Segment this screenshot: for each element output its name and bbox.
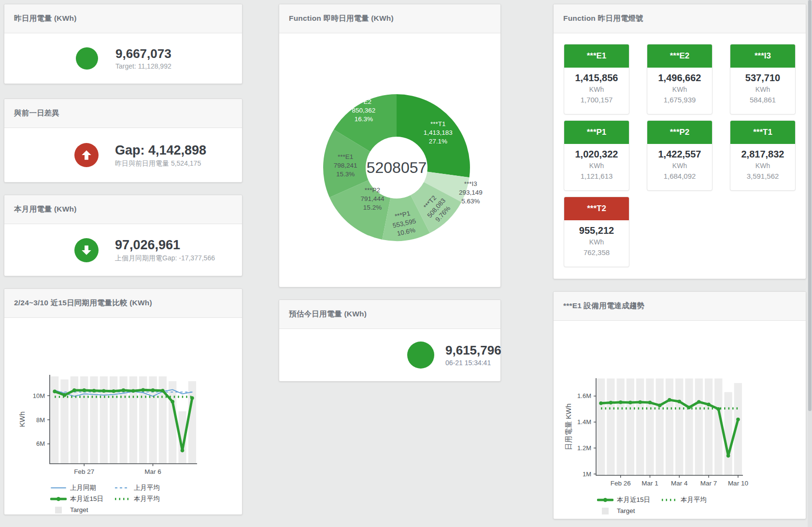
tile-value: 1,020,322 xyxy=(564,149,629,160)
status-tile-t1: ***T1 2,817,832 KWh 3,591,562 xyxy=(730,120,796,191)
legend-item[interactable]: 上月同期 xyxy=(50,484,114,492)
panel-title-bar: Function 即時日用電量 (KWh) xyxy=(279,4,500,33)
x-tick-label: Mar 7 xyxy=(700,480,717,487)
data-point xyxy=(53,390,57,394)
status-tile-header: ***P2 xyxy=(647,121,712,144)
data-point xyxy=(727,454,730,458)
target-bar xyxy=(597,379,605,476)
y-tick-label: 10M xyxy=(33,392,45,399)
tile-target: 3,591,562 xyxy=(730,172,795,180)
chart-legend: 本月近15日本月平均Target xyxy=(597,494,806,516)
legend-item[interactable]: 本月平均 xyxy=(661,496,725,504)
down-arrow-icon xyxy=(80,244,93,256)
tile-unit: KWh xyxy=(730,162,795,170)
realtime-usage-donut-chart: ***T11,413,18327.1%***I3293,1495.63%***T… xyxy=(279,33,500,287)
tile-unit: KWh xyxy=(647,85,712,93)
scrollbar-thumb[interactable] xyxy=(808,0,812,411)
target-bar xyxy=(51,376,58,464)
panel-title: ***E1 設備用電達成趨勢 xyxy=(563,301,644,311)
legend-item[interactable]: 本月近15日 xyxy=(597,496,661,504)
status-circle xyxy=(74,143,99,167)
data-point xyxy=(171,400,174,404)
y-axis-label: 日用電量 KWh xyxy=(564,403,572,450)
legend-item[interactable]: 上月平均 xyxy=(114,484,178,492)
data-point xyxy=(697,400,701,404)
panel-title-bar: ***E1 設備用電達成趨勢 xyxy=(554,292,806,321)
legend-item[interactable]: Target xyxy=(50,506,114,513)
panel-title-bar: 本月用電量 (KWh) xyxy=(4,195,242,224)
stat-subtitle: Target: 11,128,992 xyxy=(115,62,171,70)
target-bar xyxy=(646,379,654,476)
data-point xyxy=(628,401,632,405)
status-tile-p2: ***P2 1,422,557 KWh 1,684,092 xyxy=(647,120,712,191)
target-bar xyxy=(169,381,176,464)
target-bar xyxy=(675,379,683,476)
legend-item[interactable]: Target xyxy=(597,507,661,514)
stat-value: Gap: 4,142,898 xyxy=(115,143,206,158)
chart-legend: 上月同期上月平均本月近15日本月平均Target xyxy=(50,482,242,515)
y-tick-label: 1M xyxy=(583,470,591,478)
target-bar xyxy=(636,379,644,476)
panel-title-bar: Function 昨日用電燈號 xyxy=(554,4,806,33)
status-tiles-grid: ***E1 1,415,856 KWh 1,700,157 ***E2 1,49… xyxy=(554,33,806,267)
tile-value: 537,710 xyxy=(730,72,795,84)
data-point xyxy=(678,399,682,403)
tile-unit: KWh xyxy=(564,85,629,93)
y-tick-label: 6M xyxy=(36,440,45,447)
status-circle xyxy=(74,238,99,262)
tile-value: 955,212 xyxy=(564,225,629,236)
data-point xyxy=(181,449,185,453)
data-point xyxy=(72,388,76,392)
data-point xyxy=(112,389,115,393)
data-point xyxy=(668,398,671,402)
legend-label: 本月平均 xyxy=(134,495,160,503)
y-tick-label: 1.6M xyxy=(577,392,591,399)
panel-title: 2/24~3/10 近15日同期用電量比較 (KWh) xyxy=(14,298,152,308)
y-tick-label: 1.2M xyxy=(577,444,591,452)
tile-value: 1,496,662 xyxy=(647,72,712,84)
x-tick-label: Mar 10 xyxy=(728,480,748,487)
data-point xyxy=(141,388,145,392)
panel-day-gap: 與前一日差異 Gap: 4,142,898 昨日與前日用電量 5,524,175 xyxy=(4,99,242,183)
tile-target: 1,684,092 xyxy=(647,172,712,180)
stat-value: 9,667,073 xyxy=(115,47,171,61)
data-point xyxy=(131,389,135,393)
legend-label: 上月平均 xyxy=(134,484,160,492)
x-tick-label: Mar 1 xyxy=(641,480,658,487)
panel-title: 預估今日用電量 (KWh) xyxy=(289,309,367,319)
data-point xyxy=(717,407,721,411)
data-point xyxy=(599,401,603,405)
legend-swatch-line xyxy=(114,496,130,502)
target-bar xyxy=(656,379,664,476)
panel-title: Function 即時日用電量 (KWh) xyxy=(289,14,394,24)
y-tick-label: 1.4M xyxy=(577,418,591,426)
data-point xyxy=(707,403,711,407)
tile-target: 1,700,157 xyxy=(564,96,629,104)
legend-item[interactable]: 本月近15日 xyxy=(50,495,114,503)
legend-swatch-bar xyxy=(597,508,613,514)
status-tile-p1: ***P1 1,020,322 KWh 1,121,613 xyxy=(564,120,629,191)
legend-label: Target xyxy=(70,506,88,513)
target-bar xyxy=(705,379,712,476)
target-bar xyxy=(607,379,614,476)
data-point xyxy=(82,388,86,392)
panel-title: 與前一日差異 xyxy=(14,108,59,118)
status-circle xyxy=(76,47,98,70)
status-tile-header: ***P1 xyxy=(564,121,629,144)
x-tick-label: Mar 4 xyxy=(671,480,688,487)
tile-target: 584,861 xyxy=(730,96,795,104)
data-point xyxy=(648,401,652,405)
data-point xyxy=(151,388,155,392)
status-tile-header: ***E1 xyxy=(564,44,629,68)
data-point xyxy=(92,389,96,393)
legend-swatch-line xyxy=(661,497,677,503)
legend-swatch-bar xyxy=(50,507,67,513)
status-tile-header: ***I3 xyxy=(730,44,795,68)
page-scrollbar[interactable] xyxy=(808,0,812,527)
data-point xyxy=(122,388,126,392)
tile-value: 1,422,557 xyxy=(647,149,712,160)
x-tick-label: Feb 27 xyxy=(74,468,94,475)
status-tile-header: ***T1 xyxy=(730,121,795,144)
legend-item[interactable]: 本月平均 xyxy=(114,495,178,503)
status-circle xyxy=(407,342,434,369)
